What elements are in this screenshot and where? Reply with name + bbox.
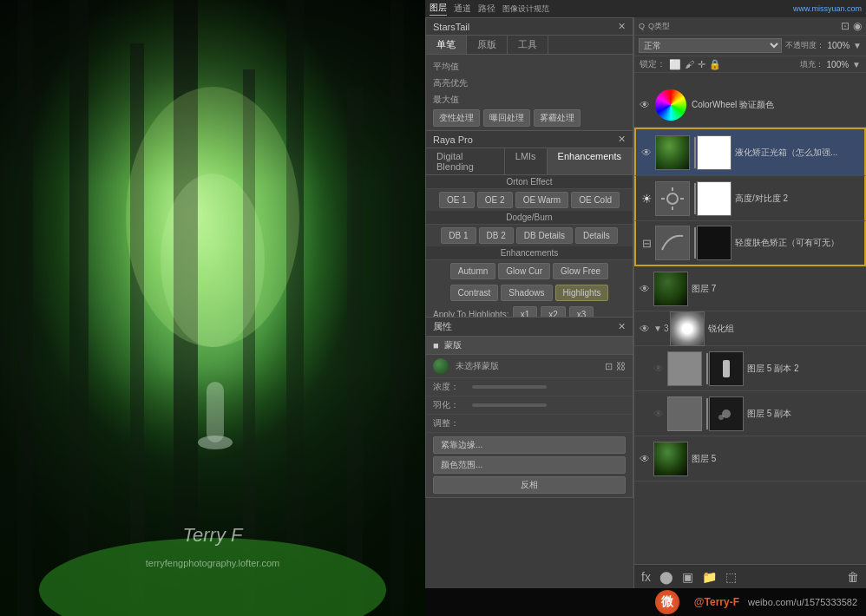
dark-thumb-5copy2 xyxy=(709,351,744,386)
layers-panel: 图层 通道 路径 图像设计规范 Q Q类型 ⊡ ◉ 正常 不透明度： 100% … xyxy=(633,0,866,588)
svg-rect-3 xyxy=(130,43,144,616)
top-right-tab4[interactable]: 图像设计规范 xyxy=(502,3,549,15)
properties-close[interactable]: ✕ xyxy=(618,321,626,332)
layers-scroll[interactable]: 👁 ColorWheel 验证颜色 👁 液化矫正光箱（怎么加强... ☀ xyxy=(634,82,866,564)
link-sep3 xyxy=(694,227,696,259)
btn-oe-warm[interactable]: OE Warm xyxy=(515,192,569,208)
layer-info-sharpen: 锐化组 xyxy=(708,323,863,335)
layer-name-sharpen: 锐化组 xyxy=(708,323,863,335)
btn-oe-cold[interactable]: OE Cold xyxy=(571,192,620,208)
forest-thumb-liquid xyxy=(655,135,690,170)
layer-item-5copy[interactable]: 👁 图层 5 副本 xyxy=(634,391,866,436)
missy-yuan-link[interactable]: www.missyuan.com xyxy=(793,4,862,13)
layer-info-5copy2: 图层 5 副本 2 xyxy=(747,363,863,375)
section-max: 最大值 xyxy=(426,91,633,108)
btn-mask[interactable]: ▣ xyxy=(680,568,695,586)
lock-position[interactable]: ✛ xyxy=(698,59,705,70)
btn-shadows[interactable]: Shadows xyxy=(501,285,552,301)
eye-brightness[interactable]: ☀ xyxy=(640,192,653,206)
lock-transparent[interactable]: ⬜ xyxy=(669,59,681,70)
tab-enhancements[interactable]: Enhancements xyxy=(548,148,633,174)
btn-invert[interactable]: 反相 xyxy=(433,476,626,494)
btn-group[interactable]: 📁 xyxy=(700,568,718,586)
eye-liquid[interactable]: 👁 xyxy=(640,146,653,160)
layer-item-sharpen-group[interactable]: 👁 ▼ 3 锐化组 xyxy=(634,311,866,346)
group-arrow[interactable]: ▼ xyxy=(653,324,662,333)
eye-5copy[interactable]: 👁 xyxy=(652,407,666,421)
properties-panel: 属性 ✕ ■ 蒙版 未选择蒙版 ⊡ ⛓ 浓度： 羽化： 调整： 紧靠边缘... … xyxy=(425,317,633,498)
top-right-tab3[interactable]: 路径 xyxy=(478,3,495,15)
btn-transform[interactable]: 变性处理 xyxy=(433,109,480,127)
tab-tool[interactable]: 工具 xyxy=(508,36,548,54)
filter-icon[interactable]: ⊡ xyxy=(841,20,850,32)
eye-5copy2[interactable]: 👁 xyxy=(652,362,666,376)
opacity-dropdown[interactable]: ▼ xyxy=(853,41,862,50)
rayapro-tabs: Digital Blending LMIs Enhancements xyxy=(426,148,633,175)
lock-all[interactable]: 🔒 xyxy=(709,59,721,70)
layer-item-brightness[interactable]: ☀ 高度/对比度 2 xyxy=(634,176,866,221)
top-right-tab2[interactable]: 通道 xyxy=(454,3,471,15)
layer-item-7[interactable]: 👁 图层 7 xyxy=(634,266,866,311)
layer-item-colorwheel[interactable]: 👁 ColorWheel 验证颜色 xyxy=(634,82,866,128)
weibo-at: @Terry-F xyxy=(694,596,739,608)
rayapro-close[interactable]: ✕ xyxy=(618,134,626,145)
layer-item-skin[interactable]: ⊟ 轻度肤色矫正（可有可无） xyxy=(634,221,866,266)
btn-delete-layer[interactable]: 🗑 xyxy=(845,568,861,586)
group-number: 3 xyxy=(664,324,669,333)
btn-oe1[interactable]: OE 1 xyxy=(439,192,475,208)
btn-glow-free[interactable]: Glow Free xyxy=(553,263,608,279)
btn-refine-edge[interactable]: 紧靠边缘... xyxy=(433,436,626,454)
properties-tab[interactable]: 蒙版 xyxy=(444,339,462,351)
tab-single[interactable]: 单笔 xyxy=(426,36,467,54)
btn-db2[interactable]: DB 2 xyxy=(479,227,514,244)
tab-original[interactable]: 原版 xyxy=(467,36,508,54)
filter-toggle[interactable]: ◉ xyxy=(853,20,862,32)
layer-item-liquid[interactable]: 👁 液化矫正光箱（怎么加强... xyxy=(634,128,866,176)
btn-highlights[interactable]: Highlights xyxy=(555,285,609,301)
btn-details[interactable]: Details xyxy=(575,227,618,244)
btn-autumn[interactable]: Autumn xyxy=(450,263,495,279)
btn-contrast[interactable]: Contrast xyxy=(450,285,499,301)
tab-digital-blending[interactable]: Digital Blending xyxy=(426,148,505,174)
eye-colorwheel[interactable]: 👁 xyxy=(638,98,652,112)
eye-sharpen[interactable]: 👁 xyxy=(638,322,652,336)
btn-color-range[interactable]: 颜色范围... xyxy=(433,456,626,474)
tab-lmis[interactable]: LMIs xyxy=(505,148,548,174)
layer-name-5copy2: 图层 5 副本 2 xyxy=(747,363,863,375)
eye-5[interactable]: 👁 xyxy=(638,452,652,466)
starstail-btn-row: 变性处理 曝回处理 雾霾处理 xyxy=(426,108,633,128)
btn-oe2[interactable]: OE 2 xyxy=(477,192,513,208)
eye-skin[interactable]: ⊟ xyxy=(640,236,653,250)
svg-rect-8 xyxy=(390,0,403,616)
lock-image[interactable]: 🖌 xyxy=(685,59,694,69)
btn-fx[interactable]: fx xyxy=(640,568,653,586)
layer-name-7: 图层 7 xyxy=(692,283,863,295)
layer-info-skin: 轻度肤色矫正（可有可无） xyxy=(735,237,861,249)
svg-point-11 xyxy=(161,174,265,347)
feather-slider[interactable] xyxy=(472,403,547,407)
btn-haze[interactable]: 雾霾处理 xyxy=(534,109,581,127)
blur-thumb-sharpen xyxy=(670,311,705,346)
dodge-buttons: DB 1 DB 2 DB Details Details xyxy=(426,225,633,246)
blend-mode-select[interactable]: 正常 xyxy=(639,38,782,53)
dark-icon-thumb xyxy=(709,396,744,431)
curves-icon xyxy=(660,233,685,253)
btn-new-fill[interactable]: ⬤ xyxy=(658,568,675,586)
btn-glow-cur[interactable]: Glow Cur xyxy=(498,263,550,279)
mask-thumb-skin xyxy=(697,226,732,260)
btn-exposure[interactable]: 曝回处理 xyxy=(483,109,530,127)
weibo-logo-text: 微 xyxy=(661,594,673,610)
prop-layer-name: 未选择蒙版 xyxy=(456,360,499,372)
btn-db-details[interactable]: DB Details xyxy=(516,227,573,244)
layer-item-5copy2[interactable]: 👁 图层 5 副本 2 xyxy=(634,346,866,391)
eye-7[interactable]: 👁 xyxy=(638,282,652,296)
fill-dropdown[interactable]: ▼ xyxy=(852,60,861,69)
starstail-close[interactable]: ✕ xyxy=(618,21,626,32)
top-right-tab1[interactable]: 图层 xyxy=(430,2,447,16)
btn-db1[interactable]: DB 1 xyxy=(441,227,476,244)
properties-title: 属性 xyxy=(433,320,452,333)
btn-new-layer[interactable]: ⬚ xyxy=(724,568,738,586)
layer-item-5[interactable]: 👁 图层 5 xyxy=(634,436,866,482)
svg-rect-6 xyxy=(286,0,304,616)
density-slider[interactable] xyxy=(472,385,547,389)
